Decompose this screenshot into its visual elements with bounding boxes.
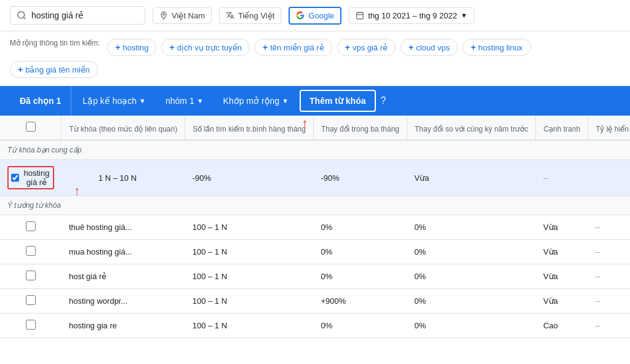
suggestions-top: Mở rộng thông tin tìm kiếm: +hosting +dị… xyxy=(10,39,620,56)
chip-bang-gia-ten-mien[interactable]: +bảng giá tên miền xyxy=(10,61,98,78)
monthly-searches: 1 N – 10 N xyxy=(62,160,185,196)
group-button[interactable]: nhóm 1 ▼ xyxy=(157,86,212,116)
suggestions-chips: +hosting +dịch vụ trực tuyến +tên miền g… xyxy=(107,39,530,56)
row-checkbox[interactable] xyxy=(26,271,36,280)
competition: Vừa xyxy=(536,215,588,240)
chip-vps-gia-re[interactable]: +vps giá rẻ xyxy=(337,39,396,56)
location-label: Việt Nam xyxy=(172,11,205,20)
yoy-change: 0% xyxy=(407,264,536,289)
plus-icon: + xyxy=(18,65,23,74)
three-month-change: 0% xyxy=(313,215,407,240)
plus-icon: + xyxy=(169,42,174,52)
chip-dv-truc-tuyen[interactable]: +dịch vụ trực tuyến xyxy=(161,39,250,56)
section-ideas: Ý tưởng từ khóa xyxy=(0,196,630,215)
row-checkbox-cell[interactable] xyxy=(0,215,62,240)
keyword-text: hosting gia re xyxy=(62,314,185,338)
plus-icon: + xyxy=(471,42,476,52)
table-row-idea: hosting gia re 100 – 1 N 0% 0% Cao – 15.… xyxy=(0,314,630,338)
table-row-idea: host giá rẻ 100 – 1 N 0% 0% Vừa – 17.153… xyxy=(0,264,630,289)
chip-cloud-vps[interactable]: +cloud vps xyxy=(401,39,458,56)
chip-hosting[interactable]: +hosting xyxy=(107,39,156,56)
chip-label: vps giá rẻ xyxy=(353,43,388,52)
row-checkbox-cell[interactable] xyxy=(0,264,62,289)
chip-ten-mien-gia-re[interactable]: +tên miền giá rẻ xyxy=(255,39,332,56)
svg-rect-3 xyxy=(357,12,364,18)
th-monthly-searches[interactable]: Số lần tìm kiếm tr.bình hàng tháng xyxy=(185,116,314,140)
ad-impression: – xyxy=(588,314,630,338)
date-range-label: thg 10 2021 – thg 9 2022 xyxy=(368,11,457,20)
table-row-provided: hosting giá rẻ 1 N – 10 N -90% -90% Vừa … xyxy=(0,160,630,196)
three-month-change: 0% xyxy=(313,314,407,338)
th-three-month[interactable]: Thay đổi trong ba tháng xyxy=(313,116,407,140)
svg-line-1 xyxy=(23,17,25,19)
th-keyword[interactable]: Từ khóa (theo mức độ liên quan) xyxy=(62,116,185,140)
th-yoy[interactable]: Thay đổi so với cùng kỳ năm trước xyxy=(407,116,536,140)
group-label: nhóm 1 xyxy=(165,96,194,106)
th-competition[interactable]: Cạnh tranh xyxy=(536,116,588,140)
plus-icon: + xyxy=(345,42,350,52)
yoy-change: 0% xyxy=(407,215,536,240)
competition: Vừa xyxy=(536,240,588,264)
monthly-searches: 100 – 1 N xyxy=(185,240,314,264)
language-label: Tiếng Việt xyxy=(238,11,274,20)
add-keyword-button[interactable]: Thêm từ khóa xyxy=(300,90,375,112)
row-checkbox-cell[interactable] xyxy=(0,240,62,264)
chip-label: tên miền giá rẻ xyxy=(270,43,324,52)
row-checkbox[interactable] xyxy=(11,173,19,183)
ad-impression: – xyxy=(588,289,630,314)
row-checkbox[interactable] xyxy=(26,295,36,305)
row-checkbox-cell[interactable]: hosting giá rẻ xyxy=(0,160,62,196)
row-checkbox-cell[interactable] xyxy=(0,314,62,338)
monthly-searches: 100 – 1 N xyxy=(185,215,314,240)
row-checkbox-cell[interactable] xyxy=(0,289,62,314)
competition: Cao xyxy=(536,314,588,338)
search-input[interactable]: hosting giá rẻ xyxy=(31,10,130,20)
search-box[interactable]: hosting giá rẻ xyxy=(10,6,145,25)
google-icon xyxy=(296,11,305,20)
select-all-checkbox[interactable] xyxy=(26,122,36,132)
plan-button[interactable]: Lập kế hoạch ▼ xyxy=(74,86,154,116)
location-filter[interactable]: Việt Nam xyxy=(153,7,212,24)
table-row-idea: hosting wordpr... 100 – 1 N +900% 0% Vừa… xyxy=(0,289,630,314)
row-checkbox[interactable] xyxy=(26,221,36,231)
suggestions-section: Mở rộng thông tin tìm kiếm: +hosting +dị… xyxy=(0,31,630,86)
platform-label: Google xyxy=(308,11,334,20)
date-range-picker[interactable]: thg 10 2021 – thg 9 2022 ▼ xyxy=(349,7,474,24)
plus-icon: + xyxy=(115,42,120,52)
yoy-change: 0% xyxy=(407,289,536,314)
keyword-text: mua hosting giá... xyxy=(62,240,185,264)
keyword-text: thuê hosting giá... xyxy=(62,215,185,240)
three-month-change: 0% xyxy=(313,240,407,264)
svg-point-0 xyxy=(18,12,25,18)
help-icon[interactable]: ? xyxy=(381,95,386,106)
yoy-change: -90% xyxy=(313,160,407,196)
keyword-text: host giá rẻ xyxy=(62,264,185,289)
row-checkbox[interactable] xyxy=(26,320,36,330)
chevron-down-icon: ▼ xyxy=(282,97,289,105)
chip-label: cloud vps xyxy=(416,43,450,52)
platform-filter[interactable]: Google xyxy=(289,7,341,25)
suggestions-label: Mở rộng thông tin tìm kiếm: xyxy=(10,39,100,47)
chip-hosting-linux[interactable]: +hosting linux xyxy=(463,39,530,56)
th-ad-impression[interactable]: Tỷ lệ hiển thị quảng cáo xyxy=(588,116,630,140)
row-checkbox[interactable] xyxy=(26,246,36,256)
monthly-searches: 100 – 1 N xyxy=(185,264,314,289)
table-row-idea: thuê hosting giá... 100 – 1 N 0% 0% Vừa … xyxy=(0,215,630,240)
monthly-searches: 100 – 1 N xyxy=(185,289,314,314)
language-filter[interactable]: Tiếng Việt xyxy=(219,7,281,24)
keyword-table: Từ khóa (theo mức độ liên quan) Số lần t… xyxy=(0,116,630,338)
ad-impression: – xyxy=(588,264,630,289)
chip-label: hosting xyxy=(123,43,149,52)
search-icon xyxy=(17,10,26,20)
three-month-change: -90% xyxy=(185,160,314,196)
th-checkbox[interactable] xyxy=(0,116,62,140)
match-label: Khớp mở rộng xyxy=(223,96,280,106)
ad-impression: – xyxy=(588,215,630,240)
section-provided: Từ khóa bạn cung cấp xyxy=(0,140,630,160)
yoy-change: 0% xyxy=(407,314,536,338)
competition: Vừa xyxy=(536,289,588,314)
match-button[interactable]: Khớp mở rộng ▼ xyxy=(215,86,297,116)
three-month-change: +900% xyxy=(313,289,407,314)
chip-label: bảng giá tên miền xyxy=(25,65,90,74)
table-header-row: Từ khóa (theo mức độ liên quan) Số lần t… xyxy=(0,116,630,140)
